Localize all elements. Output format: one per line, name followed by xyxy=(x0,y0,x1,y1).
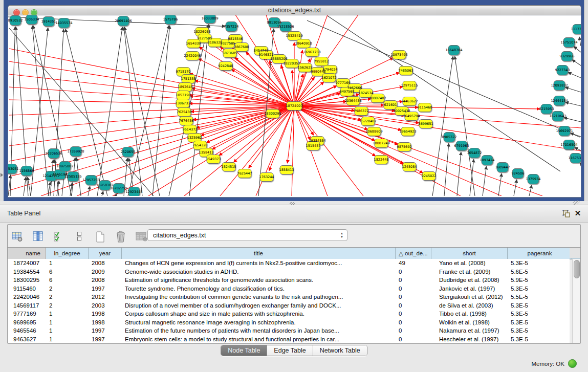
table-row[interactable]: 1938455462009Genome-wide association stu… xyxy=(8,268,570,276)
network-canvas[interactable]: 1872400718300295193845541822605891275058… xyxy=(8,15,581,198)
table-cell: 2 xyxy=(46,293,89,301)
table-source-dropdown[interactable]: citations_edges.txt ▲ ▼ xyxy=(147,229,347,241)
delete-icon[interactable] xyxy=(114,230,127,243)
table-cell: 1997 xyxy=(89,326,122,335)
table-row[interactable]: 2242004622012Investigating the contribut… xyxy=(8,293,570,301)
column-header-short[interactable]: short xyxy=(431,248,508,259)
graph-node-label: 1822448 xyxy=(374,158,389,162)
column-header-pagerank[interactable]: pagerank xyxy=(508,248,572,259)
column-header-name[interactable]: name xyxy=(10,248,46,259)
table-cell: Franke et al. (2009) xyxy=(431,268,508,276)
table-header-row: namein_degreeyeartitle△ out_de...shortpa… xyxy=(8,247,580,259)
table-cell: Wolkin et al. (1998) xyxy=(431,318,508,327)
graph-node-label: 20206536 xyxy=(45,151,62,156)
table-cell: Nakamura et al. (1997) xyxy=(431,326,508,335)
graph-node-label: 16033809 xyxy=(201,16,218,20)
graph-node-label: 9242848 xyxy=(219,64,233,68)
column-header-in_degree[interactable]: in_degree xyxy=(46,248,89,259)
dropdown-stepper-icon: ▲ ▼ xyxy=(340,230,343,243)
graph-node-label: 1375934 xyxy=(526,177,541,181)
table-cell: 2003 xyxy=(89,301,122,310)
table-cell: 22420046 xyxy=(10,293,46,301)
graph-node-label: 12444154 xyxy=(551,99,568,103)
table-cell: 2009 xyxy=(89,268,122,276)
table-panel-title: Table Panel xyxy=(7,205,40,222)
graph-node-label: 1575786 xyxy=(163,17,178,21)
graph-node-label: 18300295 xyxy=(264,112,281,116)
graph-node-label: 7625436 xyxy=(177,110,192,114)
table-cell: Stergiakouli et al. (2012) xyxy=(431,293,508,301)
table-cell: 6 xyxy=(46,276,89,285)
table-cell: 2 xyxy=(46,301,89,310)
table-row[interactable]: 946554611997Estimation of the future num… xyxy=(8,326,570,335)
table-row[interactable]: 1456911722003Disruption of a novel membe… xyxy=(8,301,570,310)
splitter-arrow-icon[interactable] xyxy=(1,173,3,177)
graph-node-label: 1654339 xyxy=(186,41,201,46)
graph-node-label: 16961758 xyxy=(303,50,320,54)
column-checklist-icon[interactable] xyxy=(52,230,66,243)
table-cell: 2012 xyxy=(89,293,122,301)
import-table-icon[interactable] xyxy=(135,230,148,243)
table-cell: Investigating the contribution of common… xyxy=(122,293,396,301)
graph-node-label: 15751074 xyxy=(560,40,577,45)
graph-node-label: 9875692 xyxy=(397,145,412,149)
graph-node-label: 9815546 xyxy=(228,37,243,41)
tab-edge-table[interactable]: Edge Table xyxy=(267,345,312,356)
graph-node-label: 1325962 xyxy=(187,136,202,140)
graph-edge xyxy=(220,106,294,196)
citation-graph: 1872400718300295193845541822605891275058… xyxy=(8,15,581,196)
table-row[interactable]: 969969511998Structural magnetic resonanc… xyxy=(8,318,570,327)
table-cell: 19384554 xyxy=(10,268,46,276)
graph-node-label: 1763244 xyxy=(259,175,274,179)
table-row[interactable]: 911546021997Tourette syndrome. Phenomeno… xyxy=(8,285,570,293)
new-column-icon[interactable] xyxy=(94,230,107,243)
graph-node-label: 9115460 xyxy=(418,105,432,110)
window-titlebar[interactable]: citations_edges.txt xyxy=(8,5,581,16)
attribute-browser: f(x) citations_edges.txt ▲ ▼ namein_degr… xyxy=(7,224,581,344)
table-cell: 1 xyxy=(46,259,89,268)
graph-node-label: 12093832 xyxy=(551,83,568,87)
graph-node-label: 9245022 xyxy=(422,174,437,178)
graph-node-label: 18724007 xyxy=(286,104,302,108)
table-cell: 2008 xyxy=(89,259,122,268)
graph-node-label: 9514372 xyxy=(183,127,198,132)
status-bar: Memory: OK xyxy=(0,357,588,372)
table-cell: 1998 xyxy=(89,318,122,327)
table-row[interactable]: 1872400712008Changes of HCN gene express… xyxy=(8,259,570,268)
graph-edge xyxy=(574,47,581,52)
tab-network-table[interactable]: Network Table xyxy=(313,345,367,356)
table-mode-icon[interactable] xyxy=(11,230,24,243)
column-header-title[interactable]: title xyxy=(122,248,396,259)
graph-edge xyxy=(572,60,581,65)
table-cell: Yano et al. (2008) xyxy=(431,259,508,268)
table-cell: 0 xyxy=(396,318,431,327)
table-row[interactable]: 946362711997Embryonic stem cells: a mode… xyxy=(8,335,570,344)
graph-node-label: 6497568 xyxy=(340,90,355,94)
table-row[interactable]: 977716911998Corpus callosum shape and si… xyxy=(8,310,570,318)
float-panel-icon[interactable] xyxy=(562,209,571,218)
table-cell: 5.3E-5 xyxy=(508,318,570,327)
graph-node-label: 10807487 xyxy=(369,96,386,100)
table-cell: 1 xyxy=(46,310,89,318)
graph-node-label: 1654872 xyxy=(467,151,482,155)
column-header-out_de[interactable]: △ out_de... xyxy=(396,248,431,259)
table-cell: 0 xyxy=(396,301,431,310)
scrollbar-thumb[interactable] xyxy=(574,260,580,278)
column-header-year[interactable]: year xyxy=(89,248,122,259)
table-cell: 9465546 xyxy=(10,326,46,335)
close-panel-button[interactable]: ✕ xyxy=(573,208,582,218)
graph-node-label: 18807249 xyxy=(373,141,389,145)
graph-edge xyxy=(9,61,294,106)
tab-node-table[interactable]: Node Table xyxy=(221,345,267,356)
graph-node-label: 2520655 xyxy=(121,150,136,154)
show-columns-icon[interactable] xyxy=(31,230,45,243)
graph-node-label: 6791963 xyxy=(454,144,469,148)
graph-edge xyxy=(580,163,581,164)
table-row[interactable]: 1830029562008Estimation of significance … xyxy=(8,276,570,285)
table-panel-header: Table Panel ✕ xyxy=(0,205,588,223)
table-cell: 0 xyxy=(396,268,431,276)
row-format-icon[interactable] xyxy=(73,230,86,243)
memory-status-icon[interactable] xyxy=(568,359,577,368)
vertical-scrollbar[interactable] xyxy=(572,259,580,343)
graph-node-label: 1117304 xyxy=(571,27,581,31)
